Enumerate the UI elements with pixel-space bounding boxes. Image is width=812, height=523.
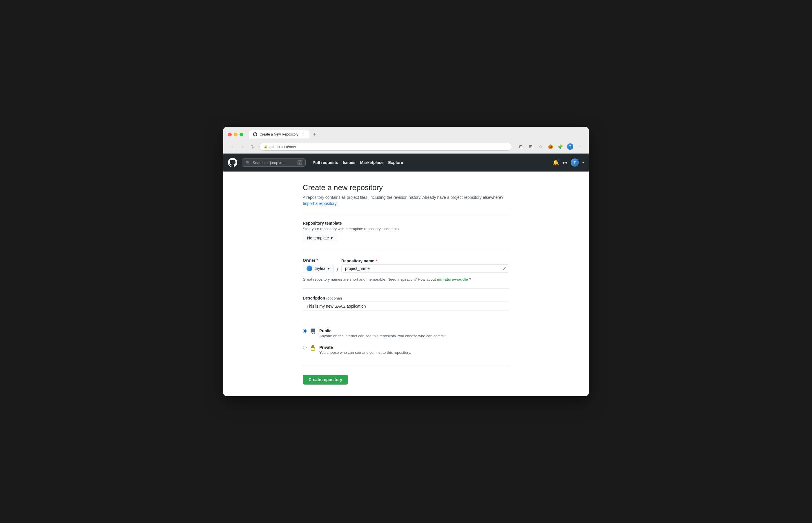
owner-name: tnylea [315,266,325,271]
repo-name-label: Repository name * [341,258,509,263]
private-description: You choose who can see and commit to thi… [319,350,509,355]
inspiration-text: Great repository names are short and mem… [303,277,509,282]
public-title: Public [319,328,509,333]
import-repository-link[interactable]: Import a repository. [303,201,338,206]
public-option[interactable]: Public Anyone on the internet can see th… [303,325,509,342]
forward-button[interactable]: › [239,143,246,151]
browser-chrome: Create a New Repository × + ‹ › ↻ 🔒 gith… [223,127,589,154]
maximize-window-button[interactable] [240,133,243,137]
template-hint: Start your repository with a template re… [303,227,509,231]
description-input[interactable] [303,302,509,311]
private-radio[interactable] [303,346,306,349]
section-divider-3 [303,288,509,289]
back-button[interactable]: ‹ [228,143,236,151]
plus-dropdown-arrow: ▾ [565,161,567,165]
private-text-group: Private You choose who can see and commi… [319,345,509,355]
form-container: Create a new repository A repository con… [296,183,516,384]
search-shortcut: / [298,160,302,165]
owner-dropdown[interactable]: tnylea ▾ [303,264,334,273]
user-avatar[interactable]: T [571,159,579,167]
extensions-icon[interactable]: 🧩 [556,143,564,151]
notifications-icon[interactable]: 🔔 [552,159,559,166]
owner-section: Owner * tnylea ▾ [303,258,334,273]
github-header: 🔍 Search or jump to... / Pull requests I… [223,154,589,172]
page-subtitle: A repository contains all project files,… [303,195,509,206]
nav-explore[interactable]: Explore [388,160,403,165]
search-bar[interactable]: 🔍 Search or jump to... / [242,159,306,167]
section-divider-4 [303,318,509,318]
create-repository-button[interactable]: Create repository [303,375,348,384]
tab-title: Create a New Repository [260,132,298,137]
bookmark-icon[interactable]: ☆ [536,143,545,151]
browser-titlebar: Create a New Repository × + [223,127,589,141]
extension-emoji-icon: 🎃 [546,143,554,151]
section-divider [303,214,509,214]
public-repo-icon [310,328,316,336]
template-dropdown[interactable]: No template ▾ [303,234,337,242]
apps-icon[interactable]: ⊞ [527,143,535,151]
repo-name-wrapper: ✓ [341,265,509,272]
tab-bar: Create a New Repository × + [249,130,319,139]
lock-icon: 🔒 [264,145,268,149]
header-right: 🔔 + ▾ T ▾ [552,159,584,167]
profile-icon[interactable]: T [566,143,574,151]
nav-pull-requests[interactable]: Pull requests [313,160,338,165]
private-title: Private [319,345,509,350]
optional-text: (optional) [326,296,342,301]
owner-repo-container: Owner * tnylea ▾ / Repository name [303,256,509,275]
plus-label: + [562,161,565,165]
owner-required: * [316,258,318,263]
avatar-dropdown-arrow[interactable]: ▾ [582,161,584,165]
visibility-section: Public Anyone on the internet can see th… [303,325,509,358]
refresh-button[interactable]: ↻ [249,143,257,151]
template-dropdown-arrow: ▾ [331,236,333,240]
repo-name-required: * [376,258,377,263]
main-content: Create a new repository A repository con… [223,172,589,396]
screen-cast-icon[interactable]: ⊡ [517,143,525,151]
github-favicon [253,132,257,137]
close-window-button[interactable] [228,133,232,137]
nav-issues[interactable]: Issues [343,160,356,165]
inspiration-link[interactable]: miniature-waddle [437,277,468,282]
section-divider-5 [303,365,509,365]
github-logo[interactable] [228,158,237,167]
traffic-lights [228,133,243,137]
template-section: Repository template Start your repositor… [303,221,509,242]
slash-divider: / [334,265,341,275]
public-radio[interactable] [303,329,306,333]
repo-name-input[interactable] [341,265,509,272]
browser-window: Create a New Repository × + ‹ › ↻ 🔒 gith… [223,127,589,396]
search-icon: 🔍 [246,161,250,165]
public-text-group: Public Anyone on the internet can see th… [319,328,509,338]
url-text: github.com/new [269,145,296,149]
new-item-button[interactable]: + ▾ [562,161,567,165]
template-dropdown-label: No template [307,236,329,240]
avatar-notification-dot [577,158,579,161]
tab-close-button[interactable]: × [301,132,305,137]
active-tab[interactable]: Create a New Repository × [249,130,309,139]
search-placeholder: Search or jump to... [252,161,285,165]
new-tab-button[interactable]: + [310,130,319,139]
public-description: Anyone on the internet can see this repo… [319,334,509,338]
nav-marketplace[interactable]: Marketplace [360,160,384,165]
private-repo-icon [310,345,316,353]
address-bar[interactable]: 🔒 github.com/new [259,143,512,151]
notification-dot [557,159,560,161]
page-title: Create a new repository [303,183,509,192]
owner-avatar-icon [306,266,312,271]
owner-dropdown-arrow: ▾ [328,266,330,271]
owner-label: Owner * [303,258,334,263]
section-divider-2 [303,249,509,249]
description-label: Description (optional) [303,296,509,301]
repo-name-section: Repository name * ✓ [341,258,509,272]
description-section: Description (optional) [303,296,509,311]
menu-icon[interactable]: ⋮ [576,143,584,151]
owner-repo-section: Owner * tnylea ▾ / Repository name [303,256,509,282]
private-option[interactable]: Private You choose who can see and commi… [303,342,509,358]
browser-addressbar: ‹ › ↻ 🔒 github.com/new ⊡ ⊞ ☆ 🎃 🧩 T ⋮ [223,141,589,154]
browser-toolbar-icons: ⊡ ⊞ ☆ 🎃 🧩 T ⋮ [517,143,584,151]
main-nav: Pull requests Issues Marketplace Explore [313,160,403,165]
repo-name-check-icon: ✓ [503,266,506,271]
template-label: Repository template [303,221,509,226]
minimize-window-button[interactable] [234,133,238,137]
